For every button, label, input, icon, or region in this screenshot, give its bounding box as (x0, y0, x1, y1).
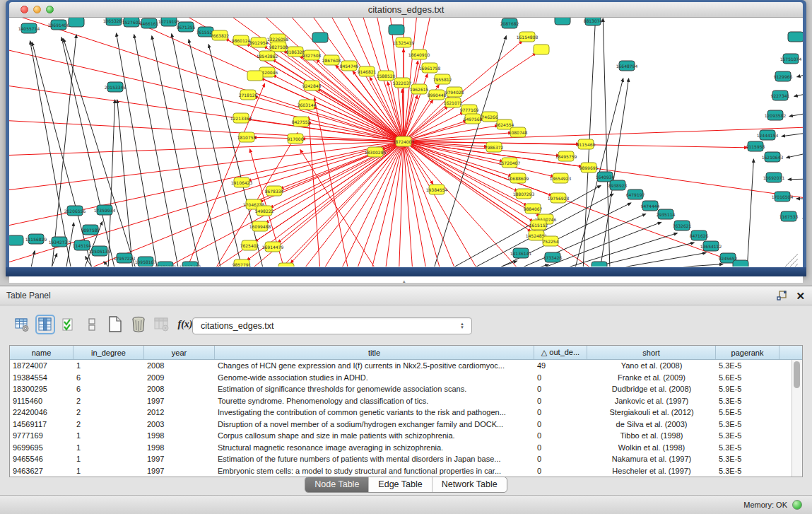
graph-node[interactable]: 20206556 (64, 206, 86, 216)
graph-node[interactable]: 19384554 (426, 185, 448, 194)
graph-node[interactable]: 917006 (288, 134, 304, 144)
graph-node[interactable] (592, 262, 607, 267)
column-header-name[interactable]: name (10, 346, 73, 359)
close-panel-icon[interactable]: ✕ (796, 291, 805, 301)
graph-node[interactable]: 9777169 (460, 105, 479, 115)
graph-node[interactable]: 1962615 (410, 84, 429, 94)
import-table-button[interactable] (154, 317, 170, 332)
table-body[interactable]: 1872400712008Changes of HCN gene express… (10, 360, 802, 477)
graph-node[interactable]: 9899695 (579, 163, 599, 173)
table-row[interactable]: 2242004622012Investigating the contribut… (10, 407, 802, 419)
network-graph[interactable]: 1405571420691406106532871527602946616110… (9, 18, 803, 267)
table-mode-button[interactable] (14, 317, 30, 332)
graph-node[interactable]: 19342737 (49, 237, 71, 247)
graph-node[interactable]: 2935114 (657, 209, 676, 219)
graph-node[interactable]: 12444154 (757, 130, 779, 140)
table-row[interactable]: 911546021997Tourette syndrome. Phenomeno… (10, 395, 802, 407)
graph-node[interactable]: 9466161 (140, 18, 159, 28)
graph-node[interactable]: 9327508 (302, 50, 322, 60)
graph-node[interactable]: 9474444 (641, 201, 660, 211)
graph-node[interactable]: 20153346 (105, 82, 126, 92)
graph-node[interactable]: 2603144 (298, 100, 317, 110)
table-selector-dropdown[interactable]: citations_edges.txt ▲▼ (192, 317, 472, 334)
graph-node[interactable]: 1621072 (444, 98, 463, 107)
graph-node[interactable]: 9857791 (233, 259, 252, 267)
tab-network-table[interactable]: Network Table (433, 477, 507, 492)
graph-node[interactable]: 8990448 (428, 90, 447, 100)
graph-node[interactable]: 11325419 (393, 37, 415, 47)
graph-node[interactable]: 16099488 (249, 221, 271, 231)
canvas-resize-grip[interactable] (785, 254, 798, 267)
table-row[interactable]: 1872400712008Changes of HCN gene express… (10, 360, 802, 372)
table-row[interactable]: 1830029562008Estimation of significance … (10, 383, 802, 395)
graph-node[interactable]: 2718126 (239, 90, 258, 100)
table-row[interactable]: 977716911998Corpus callosum shape and si… (10, 430, 802, 442)
graph-node[interactable]: 9146821 (358, 66, 377, 76)
graph-node[interactable]: 1167533 (779, 211, 799, 221)
graph-node[interactable]: 16914479 (262, 242, 284, 252)
graph-node[interactable]: 18640910 (408, 49, 430, 59)
graph-node[interactable]: 17957223 (114, 253, 136, 263)
column-stack-button[interactable] (84, 317, 100, 332)
graph-node[interactable]: 9884067 (524, 204, 543, 214)
graph-node[interactable]: 9860124 (232, 35, 251, 45)
scrollbar-thumb[interactable] (794, 361, 800, 388)
table-scrollbar[interactable] (792, 360, 802, 477)
graph-node[interactable]: 14136141 (510, 248, 532, 258)
graph-node[interactable]: 1080748 (509, 127, 528, 137)
graph-node[interactable]: 9097587 (81, 225, 100, 235)
graph-node[interactable]: 9827508 (269, 42, 288, 52)
graph-node[interactable]: 8938923 (608, 180, 628, 190)
delete-table-button[interactable] (131, 317, 146, 332)
graph-node[interactable]: 18807293 (513, 189, 535, 199)
function-builder-button[interactable]: f(x) (177, 317, 193, 332)
graph-node[interactable]: 12505135 (89, 246, 111, 256)
window-titlebar[interactable]: citations_edges.txt (9, 2, 803, 18)
graph-node[interactable]: 9242848 (302, 81, 322, 90)
graph-node[interactable]: 16648794 (616, 61, 638, 71)
table-row[interactable]: 1938455462009Genome-wide association stu… (10, 372, 802, 384)
graph-node[interactable]: 15720407 (499, 158, 521, 168)
graph-node[interactable]: 12093582 (765, 110, 787, 120)
graph-node[interactable] (69, 18, 84, 27)
graph-node[interactable]: 5498222 (255, 206, 274, 216)
graph-node[interactable] (247, 71, 263, 81)
table-panel-header[interactable]: Table Panel ✕ (0, 286, 812, 305)
table-row[interactable]: 1456911722003Disruption of a novel membe… (10, 419, 802, 431)
graph-node[interactable]: 6497568 (464, 114, 483, 124)
graph-node[interactable]: 746266 (482, 112, 498, 122)
tab-edge-table[interactable]: Edge Table (369, 477, 432, 492)
graph-node[interactable]: 7955812 (433, 74, 452, 84)
show-columns-button[interactable] (37, 317, 53, 332)
graph-node[interactable]: 6479197 (626, 189, 645, 199)
graph-node[interactable] (389, 25, 404, 35)
table-row[interactable]: 946362711997Embryonic stem cells: a mode… (10, 465, 802, 477)
graph-node[interactable]: 5322037 (393, 78, 412, 88)
graph-node[interactable]: 752254 (543, 236, 559, 246)
graph-node[interactable]: 8454749 (340, 61, 359, 71)
graph-node[interactable]: 8471626 (690, 230, 709, 240)
column-header-pagerank[interactable]: pagerank (716, 346, 779, 359)
column-header-title[interactable]: title (215, 346, 534, 359)
graph-node[interactable]: 18495759 (555, 151, 577, 161)
graph-node[interactable] (312, 33, 328, 42)
column-header-out_de[interactable]: △ out_de... (534, 346, 587, 359)
graph-node[interactable]: 7986372 (485, 142, 504, 152)
float-panel-icon[interactable] (777, 291, 787, 301)
graph-node[interactable]: 8813074 (584, 18, 603, 25)
tab-node-table[interactable]: Node Table (305, 477, 369, 492)
column-header-in_degree[interactable]: in_degree (73, 346, 144, 359)
table-row[interactable]: 969969511998Structural magnetic resonanc… (10, 442, 802, 454)
graph-node[interactable] (9, 235, 23, 245)
graph-node[interactable]: 15692071 (763, 173, 785, 182)
graph-node[interactable]: 17016504 (772, 192, 794, 201)
graph-node[interactable]: 11156829 (25, 234, 47, 244)
graph-node[interactable]: 1527602 (122, 18, 141, 27)
graph-node[interactable]: 9115460 (577, 139, 596, 149)
attribute-table[interactable]: namein_degreeyeartitle△ out_de...shortpa… (9, 345, 803, 477)
graph-node[interactable]: 7632621 (673, 221, 692, 230)
panel-resize-handle[interactable]: ▴ (403, 279, 408, 284)
graph-node[interactable]: 9115958 (746, 141, 765, 151)
graph-node[interactable]: 15751074 (780, 54, 802, 64)
graph-node[interactable]: 10688609 (507, 173, 529, 183)
